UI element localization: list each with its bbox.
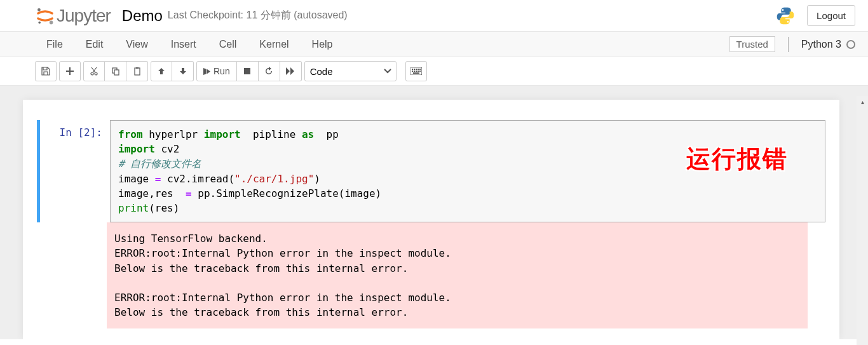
move-up-button[interactable] — [151, 61, 172, 81]
svg-rect-19 — [414, 71, 415, 72]
kernel-idle-icon — [846, 40, 855, 49]
svg-rect-11 — [244, 68, 250, 74]
svg-rect-20 — [416, 71, 417, 72]
input-prompt: In [2]: — [40, 120, 110, 222]
jupyter-icon — [35, 6, 55, 26]
interrupt-button[interactable] — [237, 61, 259, 81]
svg-rect-15 — [416, 69, 417, 70]
svg-rect-13 — [412, 69, 413, 70]
menu-edit[interactable]: Edit — [74, 33, 115, 56]
notebook-title[interactable]: Demo — [122, 7, 163, 25]
svg-rect-17 — [419, 69, 421, 70]
notebook-header: Jupyter Demo Last Checkpoint: 11 分钟前 (au… — [0, 0, 868, 32]
run-button[interactable]: Run — [196, 61, 237, 81]
output-stderr: Using TensorFlow backend. ERROR:root:Int… — [107, 222, 808, 328]
trusted-indicator[interactable]: Trusted — [729, 36, 775, 52]
paste-button[interactable] — [126, 61, 148, 81]
save-icon — [41, 67, 50, 76]
paste-icon — [133, 67, 142, 76]
toolbar: Run Code — [0, 57, 868, 86]
cell-type-select[interactable]: Code — [304, 61, 397, 81]
svg-point-3 — [782, 9, 784, 11]
menu-help[interactable]: Help — [301, 33, 344, 56]
svg-rect-16 — [417, 69, 419, 70]
arrow-up-icon — [158, 67, 165, 75]
svg-point-1 — [50, 20, 53, 24]
command-palette-button[interactable] — [405, 61, 427, 81]
scissors-icon — [90, 67, 98, 76]
arrow-down-icon — [179, 67, 187, 75]
menu-kernel[interactable]: Kernel — [248, 33, 300, 56]
scroll-up-icon[interactable]: ▴ — [857, 96, 868, 107]
menu-insert[interactable]: Insert — [159, 33, 208, 56]
cut-button[interactable] — [83, 61, 105, 81]
svg-rect-8 — [114, 70, 119, 75]
divider — [788, 37, 789, 52]
svg-rect-22 — [419, 71, 421, 72]
svg-rect-9 — [135, 68, 140, 75]
run-label: Run — [214, 66, 230, 76]
menubar: File Edit View Insert Cell Kernel Help T… — [0, 32, 868, 57]
menu-file[interactable]: File — [35, 33, 74, 56]
jupyter-logo[interactable]: Jupyter — [35, 6, 111, 26]
move-down-button[interactable] — [172, 61, 194, 81]
kernel-name-text: Python 3 — [801, 39, 841, 50]
checkpoint-text: Last Checkpoint: 11 分钟前 (autosaved) — [168, 9, 348, 22]
svg-point-5 — [91, 72, 93, 75]
insert-cell-button[interactable] — [59, 61, 81, 81]
jupyter-logo-text: Jupyter — [57, 6, 111, 26]
restart-icon — [264, 67, 273, 76]
svg-point-4 — [787, 21, 789, 23]
restart-run-all-button[interactable] — [280, 61, 302, 81]
svg-rect-21 — [417, 71, 419, 72]
menu-view[interactable]: View — [114, 33, 159, 56]
menu-cell[interactable]: Cell — [208, 33, 248, 56]
svg-point-6 — [95, 72, 97, 75]
annotation-overlay: 运行报错 — [686, 143, 788, 175]
output-row: Using TensorFlow backend. ERROR:root:Int… — [37, 222, 825, 328]
fast-forward-icon — [286, 67, 295, 75]
page-scrollbar[interactable]: ▴ — [857, 96, 868, 345]
run-icon — [203, 68, 210, 75]
svg-point-2 — [38, 21, 41, 24]
svg-point-0 — [37, 8, 41, 11]
svg-rect-10 — [136, 67, 139, 69]
save-button[interactable] — [35, 61, 57, 81]
restart-button[interactable] — [259, 61, 280, 81]
logout-button[interactable]: Logout — [807, 5, 855, 26]
notebook: In [2]: from hyperlpr import pipline as … — [23, 100, 839, 339]
kernel-name[interactable]: Python 3 — [801, 39, 855, 50]
keyboard-icon — [410, 67, 422, 75]
stop-icon — [243, 67, 251, 75]
svg-rect-14 — [414, 69, 415, 70]
python-icon — [775, 6, 796, 26]
copy-button[interactable] — [105, 61, 126, 81]
notebook-container: In [2]: from hyperlpr import pipline as … — [0, 86, 868, 339]
svg-rect-23 — [413, 72, 419, 74]
plus-icon — [65, 67, 74, 76]
svg-rect-18 — [412, 71, 413, 72]
output-prompt — [37, 222, 107, 328]
copy-icon — [111, 67, 120, 76]
